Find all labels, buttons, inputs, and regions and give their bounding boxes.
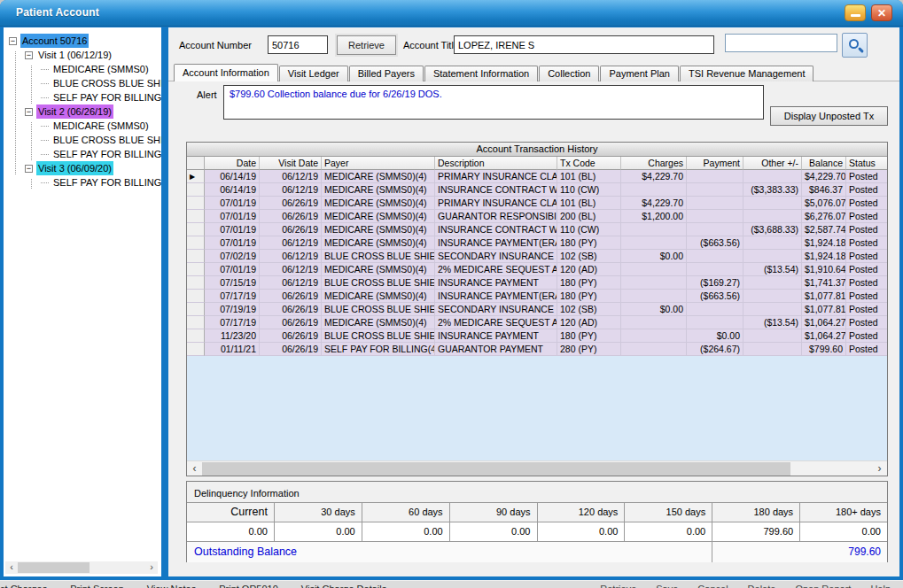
parent-toolbar-item[interactable]: Print Screen <box>70 584 124 588</box>
account-number-input[interactable] <box>268 35 328 54</box>
grid-column-header[interactable]: Balance <box>802 157 846 170</box>
transaction-history-grid: Account Transaction History DateVisit Da… <box>186 142 888 476</box>
tab-tsi-revenue-management[interactable]: TSI Revenue Management <box>680 66 813 81</box>
tree-collapse-icon[interactable]: − <box>25 165 33 173</box>
tree-collapse-icon[interactable]: − <box>25 51 33 59</box>
tree-node[interactable]: MEDICARE (SMMS0) <box>4 119 161 133</box>
cell-payer: MEDICARE (SMMS0)(4) <box>322 316 435 329</box>
transaction-row[interactable]: 07/01/1906/26/19MEDICARE (SMMS0)(4)GUARA… <box>187 210 888 223</box>
transaction-row[interactable]: 07/01/1906/26/19MEDICARE (SMMS0)(4)INSUR… <box>187 223 888 236</box>
transaction-row[interactable]: ▶06/14/1906/12/19MEDICARE (SMMS0)(4)PRIM… <box>187 170 888 183</box>
parent-toolbar-item[interactable]: Print QR5010 <box>219 584 278 588</box>
cell-payer: MEDICARE (SMMS0)(4) <box>322 223 435 236</box>
transaction-row[interactable]: 01/11/2106/26/19SELF PAY FOR BILLING(4)G… <box>187 343 888 356</box>
cell-other <box>743 210 802 223</box>
tab-account-information[interactable]: Account Information <box>174 64 278 81</box>
parent-toolbar-item[interactable]: Select Charges <box>0 584 47 588</box>
tree-collapse-icon[interactable]: − <box>25 108 33 116</box>
transaction-row[interactable]: 06/14/1906/12/19MEDICARE (SMMS0)(4)INSUR… <box>187 183 888 197</box>
tree-node[interactable]: −Visit 2 (06/26/19) <box>4 104 161 119</box>
grid-column-header[interactable]: Charges <box>621 157 687 170</box>
grid-column-header[interactable]: Date <box>205 157 260 170</box>
cell-balance: $1,077.81 <box>802 290 846 303</box>
parent-toolbar-item[interactable]: View Notes <box>147 584 196 588</box>
alert-textbox[interactable]: $799.60 Collection balance due for 6/26/… <box>223 85 764 120</box>
grid-scrollbar-thumb[interactable] <box>202 462 790 476</box>
tree-scrollbar-thumb[interactable] <box>18 562 90 573</box>
quick-search-input[interactable] <box>725 34 837 52</box>
cell-payment <box>687 170 743 183</box>
cell-status: Posted <box>846 183 888 197</box>
tree-node[interactable]: MEDICARE (SMMS0) <box>4 62 161 76</box>
transaction-row[interactable]: 07/01/1906/26/19MEDICARE (SMMS0)(4)PRIMA… <box>187 197 888 210</box>
close-icon[interactable]: ✕ <box>871 4 892 21</box>
grid-column-header[interactable]: Status <box>846 157 888 170</box>
tree-node[interactable]: −Visit 3 (06/09/20) <box>4 161 161 175</box>
tree-node[interactable]: BLUE CROSS BLUE SHIELD <box>4 133 161 147</box>
transaction-row[interactable]: 07/01/1906/12/19MEDICARE (SMMS0)(4)2% ME… <box>187 263 888 276</box>
tab-payment-plan[interactable]: Payment Plan <box>600 66 678 81</box>
cell-tx_code: 102 (SB) <box>557 250 621 263</box>
parent-toolbar-item[interactable]: Open Report <box>795 584 851 588</box>
scroll-right-icon[interactable]: › <box>872 461 887 476</box>
display-unposted-tx-button[interactable]: Display Unposted Tx <box>770 106 888 126</box>
cell-payment <box>687 197 743 210</box>
tree-node[interactable]: −Account 50716 <box>4 34 161 48</box>
cell-description: PRIMARY INSURANCE CLAIM <box>435 197 557 210</box>
cell-payer: BLUE CROSS BLUE SHIELD <box>322 250 435 263</box>
tab-statement-information[interactable]: Statement Information <box>424 66 538 81</box>
transaction-row[interactable]: 07/01/1906/12/19MEDICARE (SMMS0)(4)INSUR… <box>187 236 888 250</box>
grid-column-header[interactable] <box>187 157 205 170</box>
cell-date: 07/01/19 <box>205 197 260 210</box>
grid-column-header[interactable]: Payment <box>687 157 743 170</box>
tree-node[interactable]: −Visit 1 (06/12/19) <box>4 48 161 62</box>
cell-balance: $1,064.27 <box>802 316 846 329</box>
row-selector-cell <box>187 316 205 329</box>
tab-collection[interactable]: Collection <box>539 66 599 81</box>
grid-column-header[interactable]: Visit Date <box>260 157 322 170</box>
transaction-row[interactable]: 11/23/2006/26/19BLUE CROSS BLUE SHIELDIN… <box>187 329 888 343</box>
tree-horizontal-scrollbar[interactable]: ‹ › <box>5 561 158 574</box>
row-selector-cell <box>187 250 205 263</box>
grid-column-header[interactable]: Description <box>435 157 557 170</box>
titlebar[interactable]: Patient Account ✕ <box>0 0 903 27</box>
cell-balance: $5,076.07 <box>802 197 846 210</box>
cell-status: Posted <box>846 316 888 329</box>
tree-node[interactable]: SELF PAY FOR BILLING(4) <box>4 147 161 161</box>
transaction-row[interactable]: 07/02/1906/12/19BLUE CROSS BLUE SHIELDSE… <box>187 250 888 263</box>
cell-description: 2% MEDICARE SEQUEST ADJ <box>435 263 557 276</box>
account-title-input[interactable] <box>454 35 714 54</box>
grid-horizontal-scrollbar[interactable]: ‹ › <box>187 460 887 476</box>
search-button[interactable] <box>842 33 868 58</box>
tab-visit-ledger[interactable]: Visit Ledger <box>279 66 348 81</box>
transaction-row[interactable]: 07/17/1906/26/19MEDICARE (SMMS0)(4)2% ME… <box>187 316 888 329</box>
cell-description: INSURANCE PAYMENT <box>435 276 557 290</box>
retrieve-button[interactable]: Retrieve <box>337 35 396 55</box>
tab-billed-payers[interactable]: Billed Payers <box>349 66 424 81</box>
cell-status: Posted <box>846 263 888 276</box>
cell-visit_date: 06/12/19 <box>260 236 322 250</box>
parent-toolbar-item[interactable]: Cancel <box>697 584 728 588</box>
scroll-left-icon[interactable]: ‹ <box>187 461 202 476</box>
tree-collapse-icon[interactable]: − <box>9 37 17 45</box>
row-selector-cell <box>187 197 205 210</box>
scroll-left-icon[interactable]: ‹ <box>5 561 18 574</box>
scroll-right-icon[interactable]: › <box>145 561 158 574</box>
tree-node[interactable]: SELF PAY FOR BILLING(4) <box>4 175 161 190</box>
parent-toolbar-item[interactable]: Delete <box>748 584 776 588</box>
grid-header-row: DateVisit DatePayerDescriptionTx CodeCha… <box>187 157 888 170</box>
grid-column-header[interactable]: Tx Code <box>557 157 621 170</box>
grid-column-header[interactable]: Other +/- <box>743 157 802 170</box>
parent-toolbar-item[interactable]: Help <box>870 584 891 588</box>
minimize-icon[interactable] <box>845 4 866 21</box>
cell-payment: ($663.56) <box>687 290 743 303</box>
tree-node[interactable]: BLUE CROSS BLUE SHIELD <box>4 76 161 90</box>
transaction-row[interactable]: 07/17/1906/26/19MEDICARE (SMMS0)(4)INSUR… <box>187 290 888 303</box>
tree-node[interactable]: SELF PAY FOR BILLING(4) <box>4 90 161 104</box>
parent-toolbar-item[interactable]: Save <box>656 584 678 588</box>
grid-column-header[interactable]: Payer <box>322 157 435 170</box>
transaction-row[interactable]: 07/19/1906/26/19BLUE CROSS BLUE SHIELDSE… <box>187 303 888 316</box>
transaction-row[interactable]: 07/15/1906/12/19BLUE CROSS BLUE SHIELDIN… <box>187 276 888 290</box>
parent-toolbar-item[interactable]: Visit Charge Details <box>301 584 386 588</box>
parent-toolbar-item[interactable]: Retrieve <box>600 584 636 588</box>
